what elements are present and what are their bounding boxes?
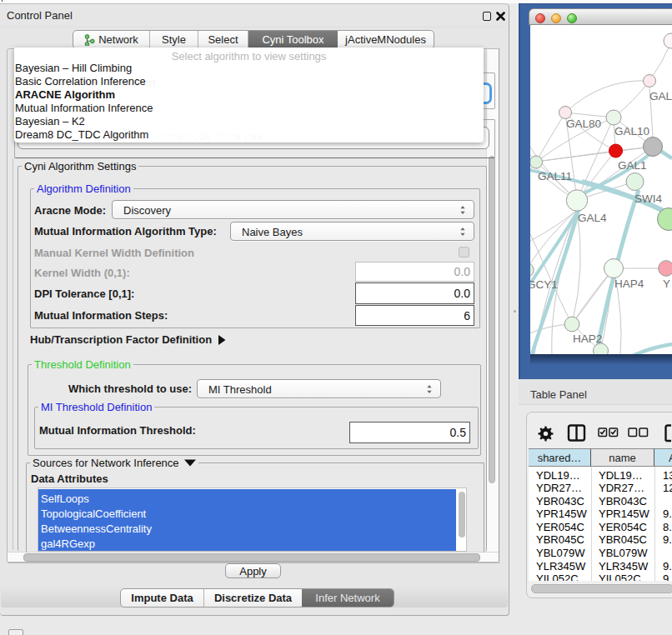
svg-text:GAL4: GAL4 — [578, 212, 607, 224]
svg-text:GAL1: GAL1 — [618, 159, 647, 172]
svg-text:GAL80: GAL80 — [566, 118, 601, 130]
svg-text:GAL: GAL — [649, 90, 672, 102]
svg-text:GAL10: GAL10 — [614, 125, 649, 138]
svg-text:GCY1: GCY1 — [530, 278, 558, 291]
svg-text:HAP2: HAP2 — [573, 332, 602, 345]
svg-text:HAP4: HAP4 — [614, 278, 644, 290]
svg-text:SWI4: SWI4 — [634, 192, 662, 205]
svg-text:GAL11: GAL11 — [538, 170, 572, 182]
svg-text:Y: Y — [663, 278, 670, 290]
